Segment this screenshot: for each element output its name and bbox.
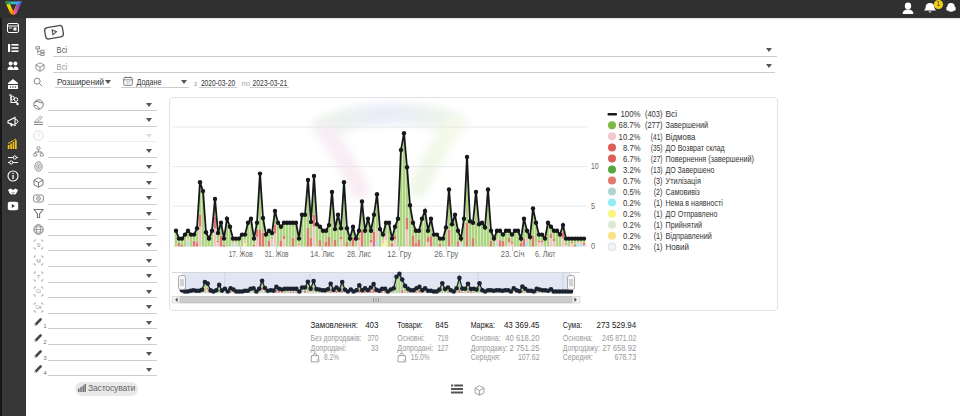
svg-text:15.0%: 15.0% — [411, 353, 430, 362]
svg-text:Середня:: Середня: — [471, 353, 501, 362]
svg-text:273 529.94: 273 529.94 — [597, 320, 637, 330]
svg-text:403: 403 — [365, 320, 378, 330]
svg-text:107.62: 107.62 — [518, 353, 540, 362]
svg-text:33: 33 — [371, 344, 379, 353]
svg-text:Основна:: Основна: — [471, 334, 501, 343]
svg-text:27 658.92: 27 658.92 — [602, 344, 636, 353]
svg-text:245 871.02: 245 871.02 — [602, 334, 637, 343]
svg-text:678.73: 678.73 — [615, 353, 637, 362]
svg-text:Сума:: Сума: — [563, 320, 582, 330]
svg-text:40 618.20: 40 618.20 — [505, 334, 540, 343]
svg-text:Без допродажів:: Без допродажів: — [311, 334, 362, 343]
svg-text:8.2%: 8.2% — [324, 353, 339, 362]
svg-text:370: 370 — [367, 334, 378, 343]
svg-text:Замовлення:: Замовлення: — [311, 320, 359, 330]
svg-text:127: 127 — [437, 344, 448, 353]
svg-text:x: x — [317, 358, 319, 362]
svg-text:Допродажу:: Допродажу: — [471, 344, 508, 353]
svg-text:Середня:: Середня: — [563, 353, 593, 362]
svg-text:845: 845 — [435, 320, 448, 330]
svg-text:Допродані:: Допродані: — [397, 344, 433, 353]
svg-text:Допродажу:: Допродажу: — [563, 344, 600, 353]
svg-text:Маржа:: Маржа: — [471, 320, 495, 330]
svg-text:x: x — [403, 358, 405, 362]
svg-text:43 369.45: 43 369.45 — [504, 320, 540, 330]
svg-text:Основні:: Основні: — [397, 334, 425, 343]
svg-text:Допродані:: Допродані: — [311, 344, 347, 353]
svg-text:Товари:: Товари: — [397, 320, 423, 330]
svg-text:2 751.25: 2 751.25 — [510, 344, 540, 353]
svg-text:718: 718 — [437, 334, 448, 343]
svg-text:Основна:: Основна: — [563, 334, 593, 343]
